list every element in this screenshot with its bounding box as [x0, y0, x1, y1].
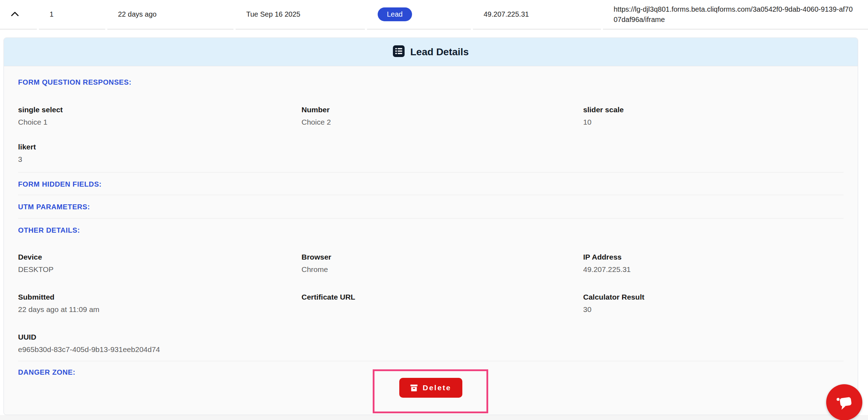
archive-box-icon — [410, 384, 418, 392]
field-device: Device DESKTOP — [18, 253, 301, 274]
row-expander-cell[interactable] — [0, 0, 37, 30]
field-value: 49.207.225.31 — [583, 265, 844, 274]
field-ip-address: IP Address 49.207.225.31 — [583, 253, 844, 274]
lead-table-row[interactable]: 1 22 days ago Tue Sep 16 2025 Lead 49.20… — [0, 0, 868, 30]
delete-button[interactable]: Delete — [399, 378, 462, 398]
chat-widget-button[interactable] — [826, 384, 862, 420]
section-heading-danger-zone: DANGER ZONE: — [18, 368, 844, 376]
panel-body: FORM QUESTION RESPONSES: single select C… — [4, 66, 858, 398]
divider — [18, 218, 844, 218]
field-value: Choice 1 — [18, 118, 301, 127]
section-heading-other-details: OTHER DETAILS: — [18, 226, 844, 234]
chat-bubble-icon — [834, 392, 855, 413]
field-label: single select — [18, 106, 301, 114]
other-details-grid: Device DESKTOP Browser Chrome IP Address… — [18, 253, 844, 354]
field-value: Chrome — [301, 265, 583, 274]
list-details-icon — [393, 45, 405, 58]
field-value: e965b30d-83c7-405d-9b13-931eeb204d74 — [18, 345, 301, 354]
lead-type-cell: Lead — [367, 0, 471, 30]
field-slider-scale: slider scale 10 — [583, 106, 844, 127]
field-label: Calculator Result — [583, 293, 844, 301]
section-heading-form-question-responses: FORM QUESTION RESPONSES: — [18, 78, 844, 86]
field-browser: Browser Chrome — [301, 253, 583, 274]
field-label: Submitted — [18, 293, 301, 301]
divider — [18, 361, 844, 361]
field-label: slider scale — [583, 106, 844, 114]
page-bottom-strip — [0, 415, 868, 420]
field-calculator-result: Calculator Result 30 — [583, 293, 844, 314]
lead-type-badge: Lead — [378, 7, 412, 21]
lead-number-cell: 1 — [39, 0, 105, 30]
field-number: Number Choice 2 — [301, 106, 583, 127]
field-value: 3 — [18, 155, 301, 164]
field-single-select: single select Choice 1 — [18, 106, 301, 127]
field-label: Number — [301, 106, 583, 114]
field-label: IP Address — [583, 253, 844, 261]
field-label: Device — [18, 253, 301, 261]
field-value: 10 — [583, 118, 844, 127]
lead-date-cell: Tue Sep 16 2025 — [236, 0, 365, 30]
lead-details-panel: Lead Details FORM QUESTION RESPONSES: si… — [4, 38, 858, 415]
section-heading-form-hidden-fields: FORM HIDDEN FIELDS: — [18, 180, 844, 188]
field-value: DESKTOP — [18, 265, 301, 274]
field-label: likert — [18, 143, 301, 151]
field-label: Browser — [301, 253, 583, 261]
divider — [18, 172, 844, 172]
lead-age-cell: 22 days ago — [107, 0, 233, 30]
divider — [18, 195, 844, 195]
field-submitted: Submitted 22 days ago at 11:09 am — [18, 293, 301, 314]
field-certificate-url: Certificate URL — [301, 293, 583, 314]
field-value: Choice 2 — [301, 118, 583, 127]
panel-title: Lead Details — [410, 46, 469, 58]
chevron-up-icon[interactable] — [11, 10, 19, 18]
delete-button-label: Delete — [423, 384, 451, 392]
field-label: UUID — [18, 333, 301, 341]
lead-details-header: Lead Details — [4, 38, 858, 66]
field-value — [301, 305, 583, 314]
lead-ip-cell: 49.207.225.31 — [473, 0, 601, 30]
form-url-link[interactable]: https://lg-djl3q801.forms.beta.cliqforms… — [603, 0, 868, 30]
form-question-responses-grid: single select Choice 1 Number Choice 2 s… — [18, 106, 844, 164]
field-uuid: UUID e965b30d-83c7-405d-9b13-931eeb204d7… — [18, 333, 301, 354]
field-label: Certificate URL — [301, 293, 583, 301]
field-value: 22 days ago at 11:09 am — [18, 305, 301, 314]
field-value: 30 — [583, 305, 844, 314]
field-likert: likert 3 — [18, 143, 301, 164]
section-heading-utm-parameters: UTM PARAMETERS: — [18, 203, 844, 211]
